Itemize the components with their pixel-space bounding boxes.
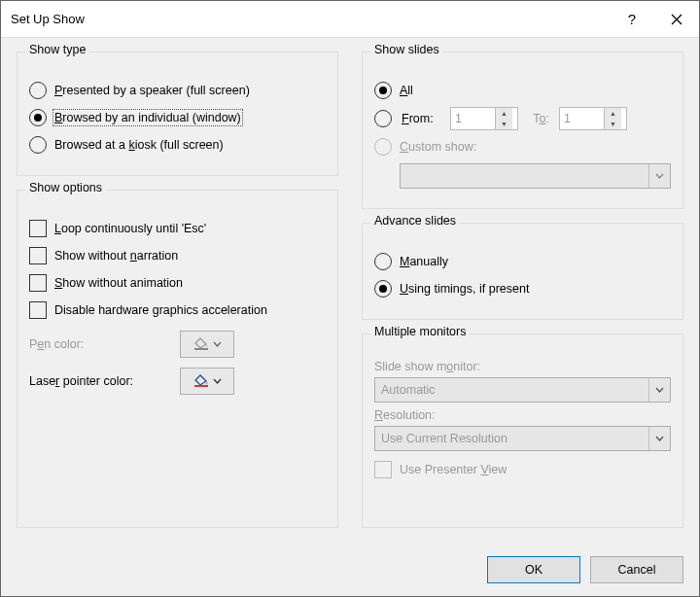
group-show-slides: Show slides All From: ▲▼ To: — [362, 52, 683, 209]
label: Manually — [400, 255, 448, 268]
select-text: Automatic — [375, 383, 648, 397]
check-presenter-view: Use Presenter View — [374, 459, 671, 480]
columns: Show type Presented by a speaker (full s… — [17, 52, 683, 542]
spinner-buttons[interactable]: ▲▼ — [495, 108, 512, 129]
chevron-down-icon — [648, 427, 670, 450]
radio-icon — [29, 109, 47, 126]
radio-slides-from-row: From: ▲▼ To: ▲▼ — [374, 107, 671, 130]
chevron-down-icon — [213, 341, 222, 347]
pen-color-button[interactable] — [180, 331, 234, 358]
checkbox-icon — [29, 274, 47, 292]
ok-button[interactable]: OK — [487, 556, 580, 583]
titlebar: Set Up Show ? — [1, 1, 699, 38]
cancel-button[interactable]: Cancel — [590, 556, 683, 583]
svg-rect-3 — [194, 385, 208, 387]
group-title-show-type: Show type — [25, 43, 89, 56]
label: Disable hardware graphics acceleration — [54, 303, 267, 317]
from-label: From: — [402, 112, 440, 125]
radio-custom-show: Custom show: — [374, 136, 671, 158]
radio-icon — [374, 82, 392, 99]
radio-slides-all[interactable]: All — [374, 80, 671, 101]
label: Browsed by an individual (window) — [54, 111, 241, 124]
label: Presented by a speaker (full screen) — [54, 84, 250, 97]
ok-label: OK — [525, 563, 542, 577]
checkbox-icon — [374, 461, 392, 478]
to-input[interactable] — [560, 108, 604, 129]
radio-advance-manual[interactable]: Manually — [374, 251, 671, 272]
pen-color-label: Pen color: — [29, 337, 170, 351]
group-title-monitors: Multiple monitors — [370, 325, 470, 338]
laser-color-button[interactable] — [180, 368, 234, 395]
radio-icon — [374, 280, 392, 298]
left-column: Show type Presented by a speaker (full s… — [17, 52, 338, 542]
laser-color-label: Laser pointer color: — [29, 374, 170, 388]
right-column: Show slides All From: ▲▼ To: — [362, 52, 683, 542]
from-input[interactable] — [451, 108, 495, 129]
label: Show without animation — [54, 276, 183, 290]
radio-slides-from[interactable] — [374, 110, 392, 127]
check-loop[interactable]: Loop continuously until 'Esc' — [29, 218, 326, 239]
group-advance-slides: Advance slides Manually Using timings, i… — [362, 223, 683, 320]
radio-icon — [29, 82, 47, 99]
label: Use Presenter View — [400, 463, 507, 476]
radio-browsed-kiosk[interactable]: Browsed at a kiosk (full screen) — [29, 134, 326, 156]
resolution-select[interactable]: Use Current Resolution — [374, 426, 671, 451]
paint-bucket-icon — [192, 373, 210, 390]
resolution-label: Resolution: — [374, 408, 671, 422]
radio-advance-timings[interactable]: Using timings, if present — [374, 278, 671, 299]
monitor-select[interactable]: Automatic — [374, 377, 671, 403]
svg-rect-2 — [194, 348, 208, 350]
group-title-advance: Advance slides — [370, 214, 460, 228]
select-text: Use Current Resolution — [375, 432, 648, 445]
dialog-footer: OK Cancel — [1, 551, 699, 596]
group-title-show-slides: Show slides — [370, 43, 443, 56]
custom-show-select — [400, 163, 671, 189]
checkbox-icon — [29, 301, 47, 319]
cancel-label: Cancel — [618, 563, 656, 577]
pen-color-row: Pen color: — [29, 331, 326, 358]
radio-icon — [29, 136, 47, 154]
checkbox-icon — [29, 247, 47, 264]
from-spinner[interactable]: ▲▼ — [450, 107, 518, 130]
chevron-down-icon — [648, 164, 670, 188]
dialog-content: Show type Presented by a speaker (full s… — [1, 38, 699, 551]
setup-show-dialog: Set Up Show ? Show type Presented by a s… — [0, 0, 700, 597]
label: Browsed at a kiosk (full screen) — [54, 138, 224, 152]
checkbox-icon — [29, 220, 47, 237]
paint-bucket-icon — [192, 336, 210, 353]
radio-icon — [374, 138, 392, 156]
spinner-buttons[interactable]: ▲▼ — [604, 108, 621, 129]
check-disable-hw-accel[interactable]: Disable hardware graphics acceleration — [29, 299, 326, 321]
chevron-down-icon — [213, 378, 222, 384]
group-show-type: Show type Presented by a speaker (full s… — [17, 52, 338, 176]
group-multiple-monitors: Multiple monitors Slide show monitor: Au… — [362, 334, 683, 528]
dialog-title: Set Up Show — [1, 12, 610, 26]
label: Custom show: — [400, 140, 476, 154]
group-title-show-options: Show options — [25, 181, 106, 194]
monitor-label: Slide show monitor: — [374, 360, 671, 373]
radio-icon — [374, 253, 392, 270]
laser-color-row: Laser pointer color: — [29, 368, 326, 395]
to-label: To: — [528, 112, 549, 125]
close-icon — [671, 14, 682, 25]
check-no-animation[interactable]: Show without animation — [29, 272, 326, 294]
close-button[interactable] — [654, 1, 699, 37]
group-show-options: Show options Loop continuously until 'Es… — [17, 190, 338, 528]
label: Using timings, if present — [400, 282, 529, 296]
to-spinner[interactable]: ▲▼ — [559, 107, 627, 130]
label: Loop continuously until 'Esc' — [54, 222, 206, 235]
radio-presented-speaker[interactable]: Presented by a speaker (full screen) — [29, 80, 326, 101]
chevron-down-icon — [648, 378, 670, 402]
label: Show without narration — [54, 249, 178, 263]
check-no-narration[interactable]: Show without narration — [29, 245, 326, 266]
help-button[interactable]: ? — [610, 1, 654, 37]
label: All — [400, 84, 413, 97]
radio-browsed-individual[interactable]: Browsed by an individual (window) — [29, 107, 326, 128]
